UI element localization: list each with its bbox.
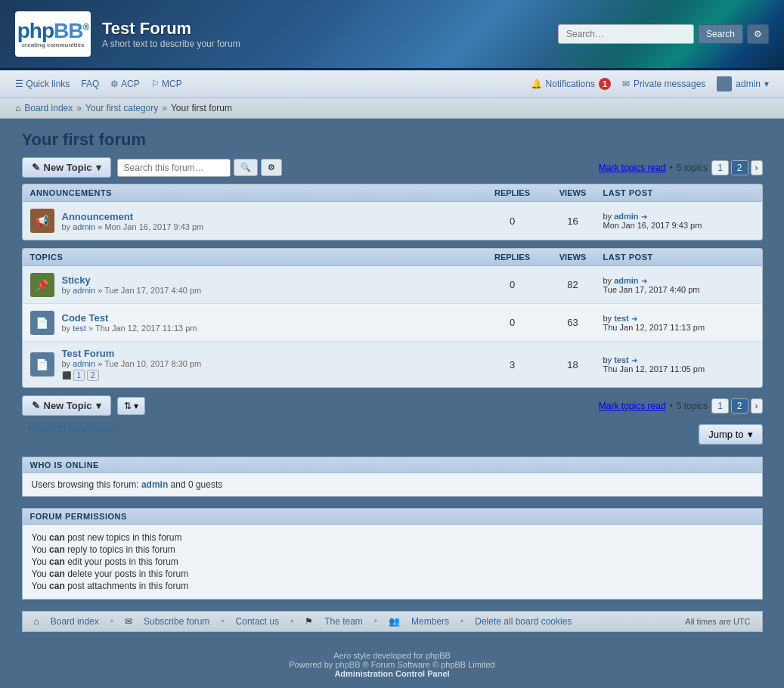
test-forum-icon: 📄 [30, 352, 54, 377]
announcements-header: ANNOUNCEMENTS REPLIES VIEWS LAST POST [23, 184, 762, 202]
topics-views-col: VIEWS [543, 253, 603, 262]
new-topic-button-top[interactable]: ✎ New Topic ▾ [22, 157, 111, 178]
credits-line-2: Powered by phpBB ® Forum Software © phpB… [8, 660, 776, 669]
header-search: Search ⚙ [558, 24, 769, 44]
test-forum-author[interactable]: admin [73, 359, 95, 368]
test-forum-title[interactable]: Test Forum [62, 348, 115, 359]
notifications-button[interactable]: 🔔 Notifications 1 [531, 78, 611, 90]
header-advanced-button[interactable]: ⚙ [747, 24, 769, 44]
faq-link[interactable]: FAQ [81, 79, 99, 89]
footer-subscribe[interactable]: Subscribe forum [144, 616, 209, 627]
forum-search-button[interactable]: 🔍 [234, 159, 258, 176]
sort-icon: ⇅ [124, 401, 132, 411]
sticky-topic-info: 📌 Sticky by admin » Tue Jan 17, 2017 4:4… [30, 273, 482, 297]
new-topic-button-bottom[interactable]: ✎ New Topic ▾ [22, 395, 111, 416]
by-label-0: by [62, 222, 71, 231]
acp-link[interactable]: ⚙ ACP [110, 79, 139, 89]
return-to-board-index[interactable]: ‹ Return to Board Index [22, 423, 117, 434]
sticky-icon: 📌 [30, 273, 54, 297]
code-test-title[interactable]: Code Test [62, 312, 109, 324]
perm-1-prefix: You [32, 532, 47, 543]
who-is-online-title: WHO IS ONLINE [22, 457, 763, 473]
footer-board-index[interactable]: Board index [51, 616, 99, 627]
sticky-sep: » [98, 286, 104, 295]
breadcrumb: ⌂ Board index » Your first category » Yo… [0, 98, 784, 119]
footer-contact-us[interactable]: Contact us [236, 616, 279, 627]
breadcrumb-first-category[interactable]: Your first category [85, 103, 158, 113]
table-row: 📢 Announcement by admin » Mon Jan 16, 20… [23, 202, 762, 240]
sort-button[interactable]: ⇅ ▾ [117, 397, 145, 415]
announcement-author[interactable]: admin [73, 222, 95, 231]
mark-topics-read-bottom[interactable]: Mark topics read [599, 401, 666, 411]
perm-2-action: reply to topics in this forum [67, 544, 175, 555]
permissions-title: FORUM PERMISSIONS [22, 508, 763, 524]
sticky-author[interactable]: admin [73, 286, 95, 295]
footer-sep-4: • [374, 616, 377, 627]
announcements-section: ANNOUNCEMENTS REPLIES VIEWS LAST POST 📢 … [22, 184, 763, 240]
page-btn-2-bottom[interactable]: 2 [731, 398, 748, 414]
who-is-online-section: WHO IS ONLINE Users browsing this forum:… [22, 457, 763, 497]
test-forum-pages: ⬛ 1 2 [62, 370, 202, 381]
site-header: phpBB® creating communities Test Forum A… [0, 0, 784, 70]
timezone-value: UTC [733, 617, 751, 626]
test-forum-page-1[interactable]: 1 [73, 370, 85, 381]
admin-user-button[interactable]: admin ▾ [717, 76, 769, 91]
notifications-badge: 1 [599, 78, 611, 90]
announcement-views: 16 [543, 215, 603, 227]
announcement-last-post: by admin ➜ Mon Jan 16, 2017 9:43 pm [603, 212, 755, 230]
announcement-details: Announcement by admin » Mon Jan 16, 2017… [62, 211, 204, 231]
sticky-date: Tue Jan 17, 2017 4:40 pm [104, 286, 201, 295]
announcements-views-col: VIEWS [543, 188, 603, 197]
powered-by-label: Powered by [289, 660, 333, 669]
header-search-input[interactable] [558, 24, 694, 44]
breadcrumb-sep-1: » [76, 103, 82, 113]
header-search-button[interactable]: Search [698, 24, 743, 44]
who-prefix: Users browsing this forum: [32, 479, 139, 490]
page-btn-1-top[interactable]: 1 [711, 160, 729, 175]
page-btn-2-top[interactable]: 2 [731, 160, 748, 175]
breadcrumb-board-index[interactable]: Board index [24, 103, 73, 113]
online-user-link[interactable]: admin [141, 479, 168, 490]
footer-members[interactable]: Members [411, 616, 449, 627]
footer-the-team[interactable]: The team [324, 616, 363, 627]
forum-search-input[interactable] [117, 159, 231, 177]
announcement-lp-author[interactable]: admin [614, 212, 638, 221]
announcement-meta: by admin » Mon Jan 16, 2017 9:43 pm [62, 222, 204, 231]
quick-links-menu[interactable]: ☰ Quick links [15, 79, 70, 89]
forum-search: 🔍 ⚙ [117, 159, 282, 177]
permissions-content: You can post new topics in this forum Yo… [22, 524, 763, 600]
forum-search-advanced-button[interactable]: ⚙ [261, 159, 282, 176]
announcement-topic-info: 📢 Announcement by admin » Mon Jan 16, 20… [30, 209, 482, 233]
footer-delete-cookies[interactable]: Delete all board cookies [475, 616, 572, 627]
jump-to-label: Jump to [708, 429, 743, 440]
announcement-date: Mon Jan 16, 2017 9:43 pm [104, 222, 203, 231]
code-test-author[interactable]: test [73, 324, 86, 333]
admin-panel-link[interactable]: Administration Control Panel [334, 669, 449, 678]
private-messages-button[interactable]: ✉ Private messages [622, 79, 705, 89]
page-btn-1-bottom[interactable]: 1 [711, 398, 729, 414]
toolbar-right: Mark topics read • 5 topics 1 2 › [599, 160, 763, 175]
mcp-link[interactable]: ⚐ MCP [151, 79, 182, 89]
page-next-top[interactable]: › [751, 160, 763, 175]
test-forum-page-2[interactable]: 2 [87, 370, 99, 381]
code-test-lp-author[interactable]: test [614, 314, 629, 323]
table-row: 📄 Test Forum by admin » Tue Jan 10, 2017… [23, 342, 762, 387]
code-test-replies: 0 [482, 317, 543, 328]
sticky-lp-author[interactable]: admin [614, 276, 638, 285]
page-next-bottom[interactable]: › [751, 398, 763, 414]
perm-5-action: post attachments in this forum [67, 581, 188, 591]
return-arrow-icon: ‹ [22, 423, 25, 434]
phpbb-link[interactable]: phpBB [335, 660, 360, 669]
aero-style-link[interactable]: Aero [333, 651, 351, 660]
permissions-section: FORUM PERMISSIONS You can post new topic… [22, 508, 763, 600]
sticky-replies: 0 [482, 279, 543, 290]
jump-to-button[interactable]: Jump to ▾ [699, 424, 762, 445]
bottom-toolbar-right: Mark topics read • 5 topics 1 2 › [599, 398, 763, 414]
footer-timezone: All times are UTC [685, 617, 750, 626]
mark-topics-read-top[interactable]: Mark topics read [599, 163, 666, 173]
announcement-title[interactable]: Announcement [62, 211, 134, 222]
sticky-title[interactable]: Sticky [62, 274, 91, 286]
pagination-bottom: 1 2 › [711, 398, 762, 414]
code-test-topic-info: 📄 Code Test by test » Thu Jan 12, 2017 1… [30, 311, 482, 335]
test-forum-lp-author[interactable]: test [614, 355, 629, 364]
